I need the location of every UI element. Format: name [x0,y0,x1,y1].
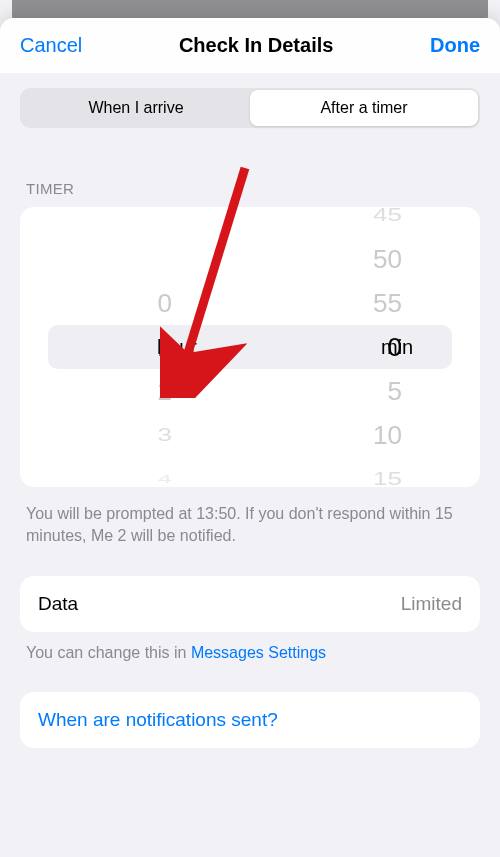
minute-option[interactable]: 45 [250,207,480,230]
minute-option[interactable]: 50 [250,237,480,281]
data-row-value: Limited [401,593,462,615]
cancel-button[interactable]: Cancel [20,34,82,57]
hour-option[interactable]: 4 [20,470,250,487]
minute-option[interactable]: 10 [250,413,480,457]
hour-option[interactable]: 2 [20,369,250,413]
timer-section-label: TIMER [26,180,480,197]
messages-settings-link[interactable]: Messages Settings [191,644,326,661]
settings-footer-text: You can change this in Messages Settings [26,642,474,664]
mode-segmented-control[interactable]: When I arrive After a timer [20,88,480,128]
minute-option[interactable]: 5 [250,369,480,413]
page-title: Check In Details [179,34,334,57]
segment-after-a-timer[interactable]: After a timer [250,90,478,126]
minute-option-selected[interactable]: 0 [250,325,480,369]
hour-option[interactable]: 0 [20,281,250,325]
segment-when-i-arrive[interactable]: When I arrive [22,90,250,126]
data-row[interactable]: Data Limited [20,576,480,632]
hour-wheel[interactable]: 0 1 2 3 4 [20,207,250,487]
minute-option[interactable]: 15 [250,464,480,487]
hour-option[interactable]: 3 [20,420,250,451]
timer-footer-text: You will be prompted at 13:50. If you do… [26,503,474,548]
minute-option[interactable]: 55 [250,281,480,325]
notifications-info-link[interactable]: When are notifications sent? [20,692,480,748]
data-row-label: Data [38,593,78,615]
done-button[interactable]: Done [430,34,480,57]
minute-wheel[interactable]: 40 45 50 55 0 5 10 15 20 [250,207,480,487]
hour-option-selected[interactable]: 1 [20,325,250,369]
timer-picker[interactable]: 0 1 2 3 4 40 45 50 55 0 5 10 [20,207,480,487]
